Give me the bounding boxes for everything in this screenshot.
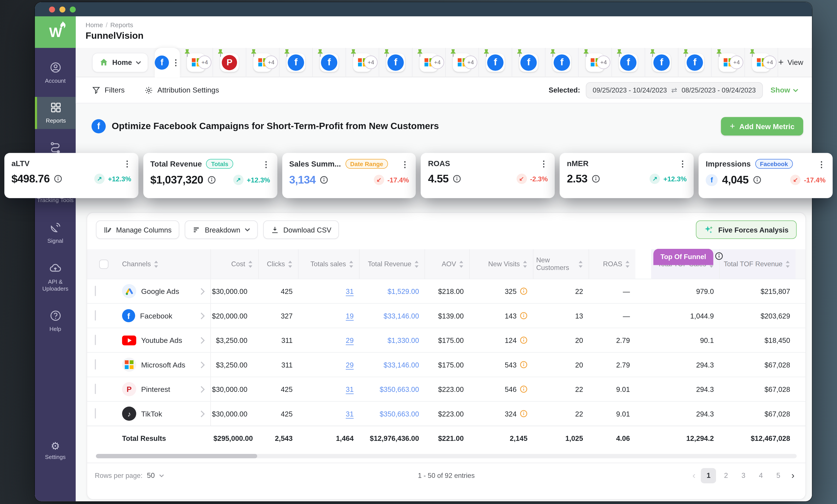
more-accounts-badge[interactable]: +4	[264, 55, 278, 69]
manage-columns-button[interactable]: Manage Columns	[96, 221, 179, 239]
page-button[interactable]: 3	[736, 468, 751, 483]
expand-row-icon[interactable]	[200, 337, 210, 344]
column-header-new-visits[interactable]: New Visits	[469, 249, 533, 279]
total-revenue-link[interactable]: $1,330.00	[359, 336, 425, 344]
info-icon[interactable]	[520, 312, 528, 320]
metric-menu-icon[interactable]: ⋮	[540, 159, 548, 167]
row-checkbox[interactable]	[95, 359, 96, 370]
total-sales-link[interactable]: 31	[298, 287, 359, 295]
total-revenue-link[interactable]: $1,529.00	[359, 287, 425, 295]
tab-menu-icon[interactable]: ⋮	[172, 58, 180, 67]
five-forces-analysis-button[interactable]: Five Forces Analysis	[696, 221, 797, 239]
total-sales-link[interactable]: 31	[298, 410, 359, 418]
app-logo[interactable]: W	[35, 16, 76, 48]
total-sales-link[interactable]: 19	[298, 312, 359, 320]
metric-menu-icon[interactable]: ⋮	[123, 159, 131, 167]
horizontal-scrollbar[interactable]	[96, 454, 797, 458]
info-icon[interactable]	[520, 385, 528, 393]
more-accounts-badge[interactable]: +4	[763, 55, 777, 69]
select-all-checkbox[interactable]	[99, 259, 109, 269]
sidebar-item[interactable]: Reports	[35, 97, 76, 129]
sidebar-item[interactable]: Account	[35, 57, 76, 89]
pinned-tab[interactable]: f	[313, 48, 346, 77]
info-icon[interactable]	[520, 410, 528, 417]
info-icon[interactable]	[320, 176, 328, 184]
info-icon[interactable]	[520, 287, 528, 295]
breadcrumb-reports[interactable]: Reports	[110, 21, 133, 29]
total-revenue-link[interactable]: $33,146.00	[359, 312, 425, 320]
show-dropdown[interactable]: Show	[770, 86, 798, 94]
close-window-button[interactable]	[49, 6, 55, 13]
column-header-total-sales[interactable]: Totals sales	[298, 249, 359, 279]
pinned-tab[interactable]: f	[612, 48, 645, 77]
column-header-new-customers[interactable]: New Customers	[533, 249, 589, 279]
maximize-window-button[interactable]	[70, 6, 76, 13]
info-icon[interactable]	[592, 175, 600, 183]
info-icon[interactable]	[54, 175, 63, 183]
page-button[interactable]: 1	[701, 468, 716, 483]
column-header-roas[interactable]: ROAS	[589, 249, 635, 279]
sidebar-item[interactable]: ⚙ Settings	[35, 436, 76, 465]
pinned-tab[interactable]: +4	[446, 48, 479, 77]
add-view-button[interactable]: + View	[778, 57, 803, 68]
date-range-picker[interactable]: 09/25/2023 - 10/24/2023 ⇄ 08/25/2023 - 0…	[586, 82, 763, 98]
row-checkbox[interactable]	[95, 408, 96, 419]
pinned-tab[interactable]: +4	[346, 48, 379, 77]
total-sales-link[interactable]: 31	[298, 385, 359, 393]
table-row[interactable]: P Pinterest $30,000.00 425 31 $	[87, 377, 805, 401]
total-revenue-link[interactable]: $33,146.00	[359, 360, 425, 369]
more-accounts-badge[interactable]: +4	[430, 55, 444, 69]
row-checkbox[interactable]	[95, 286, 96, 296]
info-icon[interactable]	[715, 252, 723, 260]
pinned-tab[interactable]: f	[280, 48, 313, 77]
metric-menu-icon[interactable]: ⋮	[817, 160, 826, 168]
info-icon[interactable]	[753, 176, 761, 184]
table-row[interactable]: f Facebook $20,000.00	[87, 303, 805, 328]
column-header-total-revenue[interactable]: Total Revenue	[359, 249, 425, 279]
breakdown-button[interactable]: Breakdown	[184, 221, 257, 239]
tab-home[interactable]: Home	[92, 53, 148, 72]
expand-row-icon[interactable]	[200, 386, 210, 393]
next-page-icon[interactable]: ›	[788, 470, 798, 481]
pinned-tab[interactable]: P	[213, 48, 247, 77]
download-csv-button[interactable]: Download CSV	[263, 221, 339, 239]
pinned-tab[interactable]: f	[379, 48, 413, 77]
total-sales-link[interactable]: 29	[298, 360, 359, 369]
add-new-metric-button[interactable]: + Add New Metric	[721, 117, 803, 136]
column-header-aov[interactable]: AOV	[425, 249, 469, 279]
total-revenue-link[interactable]: $350,663.00	[359, 385, 425, 393]
pinned-tab[interactable]: +4	[579, 48, 612, 77]
table-row[interactable]: Microsoft Ads $3,250.00 311 29 $33,146.0…	[87, 352, 805, 377]
info-icon[interactable]	[520, 361, 528, 369]
tab-facebook-active[interactable]: f ⋮	[155, 48, 180, 77]
table-row[interactable]: ♪ TikTok $30,000.00 425 31 $350,663.00	[87, 401, 805, 426]
table-row[interactable]: Youtube Ads $3,250.00 311 29 $1,330.00 $…	[87, 328, 805, 352]
table-row[interactable]: Google Ads $30,000.00 425 31 $1,529.00 $…	[87, 279, 805, 303]
metric-menu-icon[interactable]: ⋮	[401, 160, 409, 168]
info-icon[interactable]	[208, 176, 216, 184]
total-revenue-link[interactable]: $350,663.00	[359, 410, 425, 418]
pinned-tab[interactable]: +4	[712, 48, 745, 77]
more-accounts-badge[interactable]: +4	[730, 55, 744, 69]
pinned-tab[interactable]: +4	[180, 48, 213, 77]
expand-row-icon[interactable]	[200, 312, 210, 319]
expand-row-icon[interactable]	[200, 287, 210, 295]
pinned-tab[interactable]: f	[546, 48, 579, 77]
filters-button[interactable]: Filters	[92, 86, 125, 94]
breadcrumb-home[interactable]: Home	[86, 21, 103, 29]
column-header-cost[interactable]: Cost	[210, 249, 258, 279]
sidebar-item[interactable]: API & Uploaders	[35, 257, 76, 297]
scrollbar-thumb[interactable]	[96, 454, 257, 458]
row-checkbox[interactable]	[95, 335, 96, 345]
pinned-tab[interactable]: f	[512, 48, 546, 77]
previous-page-icon[interactable]: ‹	[689, 470, 699, 481]
more-accounts-badge[interactable]: +4	[597, 55, 610, 69]
column-header-channels[interactable]: Channels	[118, 249, 210, 279]
total-sales-link[interactable]: 29	[298, 336, 359, 344]
row-checkbox[interactable]	[95, 310, 96, 321]
info-icon[interactable]	[453, 175, 461, 183]
more-accounts-badge[interactable]: +4	[464, 55, 478, 69]
sidebar-item[interactable]: Help	[35, 305, 76, 337]
page-button[interactable]: 5	[771, 468, 786, 483]
pinned-tab[interactable]: +4	[413, 48, 446, 77]
